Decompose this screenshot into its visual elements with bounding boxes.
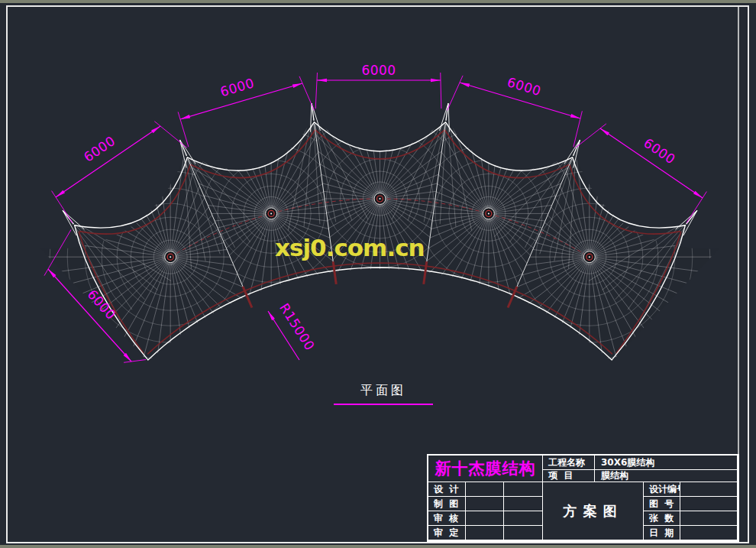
dimension-arrow <box>56 190 65 197</box>
draft-label: 制 图 <box>428 497 466 511</box>
umbrella-center-marker <box>266 208 277 219</box>
dimension-span-top: 6000 <box>315 63 441 109</box>
design-cell-empty <box>466 482 504 497</box>
review-cell-empty <box>466 511 504 526</box>
bottom-gray-strip <box>0 545 756 548</box>
design-cell-empty2 <box>504 482 543 497</box>
design-label: 设 计 <box>428 482 466 497</box>
project-name-value: 30X6膜结构 <box>595 456 738 470</box>
dimension-arrow <box>292 83 302 88</box>
draft-cell-empty <box>466 497 504 511</box>
design-no-label: 设计编号 <box>644 482 680 497</box>
dimension-span-upper-right: 6000 <box>447 74 583 147</box>
dimension-arrow <box>317 79 327 83</box>
watermark-text: xsj0.com.cn <box>275 234 451 261</box>
item-value: 膜结构 <box>595 470 738 482</box>
dimension-span-upper-left: 6000 <box>178 75 314 147</box>
project-name-label: 工程名称 <box>543 456 595 470</box>
review-cell-empty2 <box>504 511 543 526</box>
approve-cell-empty <box>466 526 504 540</box>
dimension-arrow <box>693 191 703 198</box>
dimension-arrow <box>151 126 160 133</box>
umbrella-center-marker <box>483 208 494 219</box>
date-label: 日 期 <box>644 526 680 540</box>
dimension-arrow <box>460 83 470 87</box>
plan-view-label: 平面图 <box>334 383 433 399</box>
dimension-label: 6000 <box>218 75 256 99</box>
dimension-label: 6000 <box>361 63 396 78</box>
approve-cell-empty2 <box>504 526 543 540</box>
dimension-radius: R15000 <box>268 300 318 360</box>
dimension-arrow <box>180 115 190 119</box>
dimension-label: R15000 <box>276 300 318 353</box>
dimension-arrow <box>570 114 580 118</box>
date-value <box>680 526 738 540</box>
dimension-arrow <box>600 128 609 135</box>
dimension-label: 6000 <box>84 287 118 323</box>
dimension-arrow <box>48 269 56 277</box>
dimension-arrow <box>431 79 441 83</box>
company-name: 新十杰膜结构 <box>428 456 543 482</box>
umbrella-center-marker <box>165 251 176 263</box>
umbrella-center-marker <box>374 193 386 205</box>
dimension-span-far-right: 6000 <box>575 124 706 223</box>
scheme-drawing-label: 方案图 <box>543 482 644 540</box>
design-no-value <box>680 482 738 497</box>
dimension-depth-left: 6000 <box>44 229 146 362</box>
item-label: 项 目 <box>543 470 595 482</box>
dimension-label: 6000 <box>81 133 118 165</box>
title-block: 新十杰膜结构 工程名称 30X6膜结构 项 目 膜结构 设 计 制 图 审 核 … <box>427 454 739 542</box>
draft-cell-empty2 <box>504 497 543 511</box>
dimension-label: 6000 <box>506 74 543 99</box>
umbrella-center-marker <box>583 251 595 263</box>
plan-view-underline <box>334 404 433 405</box>
approve-label: 审 定 <box>428 526 466 540</box>
dimension-span-far-left: 6000 <box>52 122 187 223</box>
review-label: 审 核 <box>428 511 466 526</box>
top-gray-strip <box>0 0 756 3</box>
dimension-arrow <box>268 311 275 320</box>
sheet-count-value <box>680 511 738 526</box>
drawing-no-value <box>680 497 738 511</box>
sheet-count-label: 张 数 <box>644 511 680 526</box>
drawing-no-label: 图 号 <box>644 497 680 511</box>
dimension-arrow <box>124 353 131 362</box>
dimension-label: 6000 <box>641 135 678 167</box>
